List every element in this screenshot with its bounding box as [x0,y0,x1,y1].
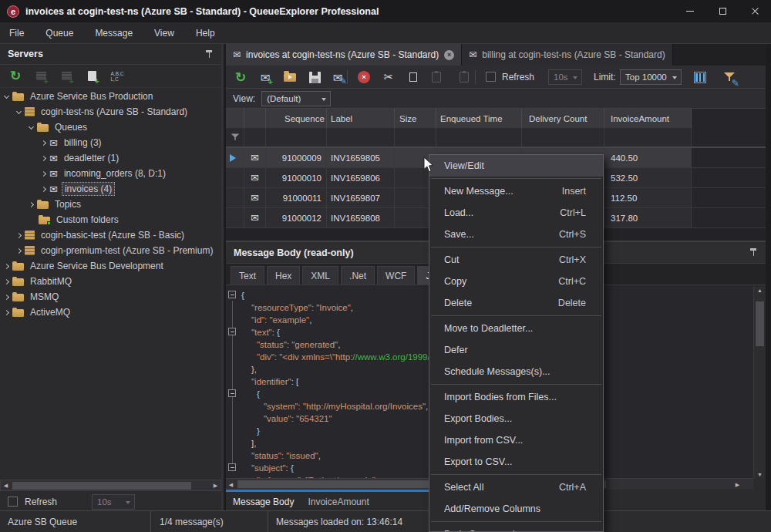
tree-item-cogin-premium-test[interactable]: cogin-premium-test (Azure SB - Premium) [0,243,221,258]
filter-button[interactable]: ✎ [722,69,737,85]
chevron-down-icon[interactable] [29,123,34,129]
paste-button[interactable] [429,69,444,85]
menu-item-move-to-deadletter[interactable]: Move to Deadletter... [429,318,603,339]
scroll-down-icon[interactable]: ▼ [754,472,766,477]
tree-item-cogin-basic-test[interactable]: cogin-basic-test (Azure SB - Basic) [0,227,221,243]
chevron-down-icon[interactable] [16,108,22,113]
chevron-right-icon[interactable] [4,309,9,315]
menu-item-import-csv[interactable]: Import from CSV... [429,429,603,451]
scroll-left-icon[interactable]: ◀ [226,479,236,490]
chevron-right-icon[interactable] [4,278,9,284]
chevron-right-icon[interactable] [16,232,22,237]
scrollbar-thumb[interactable] [756,301,764,346]
columns-button[interactable] [692,69,708,85]
body-vertical-scrollbar[interactable]: ▲ ▼ [753,287,765,478]
load-messages-button[interactable] [282,69,298,85]
menu-item-import-bodies[interactable]: Import Bodies from Files... [429,386,603,408]
delete-button[interactable]: × [356,69,372,85]
tab-wcf[interactable]: WCF [377,266,415,285]
fold-marker-icon[interactable] [228,328,236,335]
filter-cell[interactable] [436,128,522,146]
minimize-button[interactable] [674,0,706,22]
tab-billing[interactable]: ✉ billing at cogin-test-ns (Azure SB - S… [462,44,673,66]
menu-message[interactable]: Message [84,22,143,43]
view-select[interactable]: (Default) [261,91,331,106]
menu-item-body-compression[interactable]: Body Compression [429,524,603,532]
tree-item-custom-folders[interactable]: Custom folders [0,212,221,227]
menu-help[interactable]: Help [185,22,226,43]
filter-cell[interactable] [522,128,604,146]
chevron-right-icon[interactable] [4,263,9,268]
cut-button[interactable]: ✂ [381,69,396,85]
tree-item-queues[interactable]: Queues [0,120,221,135]
scroll-right-icon[interactable]: ▶ [210,480,221,491]
tree-item-activemq[interactable]: ActiveMQ [0,305,221,320]
tab-invoice-amount[interactable]: InvoiceAmount [308,497,369,507]
pin-icon[interactable] [749,247,758,258]
menu-file[interactable]: File [0,22,35,43]
new-message-button[interactable]: ✉+ [258,69,273,85]
auto-refresh-checkbox[interactable] [486,72,496,82]
menu-item-export-csv[interactable]: Export to CSV... [429,451,603,473]
save-messages-button[interactable] [307,69,322,85]
tree-item-rabbitmq[interactable]: RabbitMQ [0,274,221,289]
tree-item-topics[interactable]: Topics [0,197,221,212]
refresh-interval-select[interactable]: 10s [548,69,582,85]
tree-item-invoices[interactable]: ✉invoices (4) [0,181,221,197]
chevron-right-icon[interactable] [29,201,34,207]
column-header-label[interactable]: Label [327,109,395,128]
column-header-delivery-count[interactable]: Delivery Count [522,109,604,128]
menu-item-select-all[interactable]: Select AllCtrl+A [429,476,603,498]
servers-refresh-button[interactable]: ↻ [8,69,23,84]
maximize-button[interactable] [706,0,739,22]
fold-marker-icon[interactable] [228,291,236,298]
filter-row-icon[interactable] [231,134,239,141]
sort-alphabetical-button[interactable]: A,B,C L,C [109,69,125,84]
menu-item-copy[interactable]: CopyCtrl+C [429,271,603,292]
menu-item-cut[interactable]: CutCtrl+X [429,249,603,271]
tab-net[interactable]: .Net [341,266,375,285]
tab-close-icon[interactable]: × [444,50,454,60]
auto-refresh-checkbox[interactable] [8,497,18,507]
add-server-button[interactable]: + [33,69,49,84]
tab-xml[interactable]: XML [302,266,338,285]
refresh-button[interactable]: ↻ [233,69,248,85]
tree-item-azure-sb-development[interactable]: Azure Service Bus Development [0,258,221,274]
column-header-enqueued-time[interactable]: Enqueued Time [436,109,522,128]
filter-cell[interactable] [266,128,327,146]
add-queue-button[interactable]: + [59,69,74,84]
tab-text[interactable]: Text [231,266,264,285]
menu-item-new-message[interactable]: New Message...Insert [429,180,603,202]
menu-item-add-remove-columns[interactable]: Add/Remove Columns [429,498,603,520]
column-header-sequence[interactable]: Sequence # [266,109,327,128]
edit-message-button[interactable]: ✉✎ [330,69,345,85]
menu-item-save[interactable]: Save...Ctrl+S [429,224,603,245]
tab-message-body[interactable]: Message Body [233,497,294,507]
filter-cell[interactable] [244,128,266,146]
filter-cell[interactable] [395,128,436,146]
pin-icon[interactable] [205,49,214,59]
menu-queue[interactable]: Queue [35,22,84,43]
copy-button[interactable] [406,69,421,85]
limit-select[interactable]: Top 10000 [620,69,682,85]
menu-item-view-edit[interactable]: View/Edit [429,155,603,177]
tree-item-incoming-orders[interactable]: ✉incoming_orders (8, D:1) [0,166,221,181]
menu-view[interactable]: View [143,22,185,43]
paste-special-button[interactable] [456,69,472,85]
refresh-interval-select[interactable]: 10s [92,494,135,510]
scroll-right-icon[interactable]: ▶ [732,479,742,490]
menu-item-delete[interactable]: DeleteDelete [429,292,603,314]
chevron-right-icon[interactable] [41,140,46,145]
chevron-down-icon[interactable] [4,93,9,98]
fold-marker-icon[interactable] [228,463,236,471]
chevron-right-icon[interactable] [41,170,46,176]
filter-cell[interactable] [604,128,692,146]
chevron-right-icon[interactable] [41,155,46,160]
fold-marker-icon[interactable] [228,389,236,397]
tree-item-billing[interactable]: ✉billing (3) [0,135,221,150]
tab-invoices[interactable]: ✉ invoices at cogin-test-ns (Azure SB - … [226,44,462,66]
chevron-right-icon[interactable] [16,247,22,253]
tab-hex[interactable]: Hex [267,266,300,285]
menu-item-schedule-messages[interactable]: Schedule Messages(s)... [429,361,603,382]
new-folder-button[interactable]: + [84,69,99,84]
